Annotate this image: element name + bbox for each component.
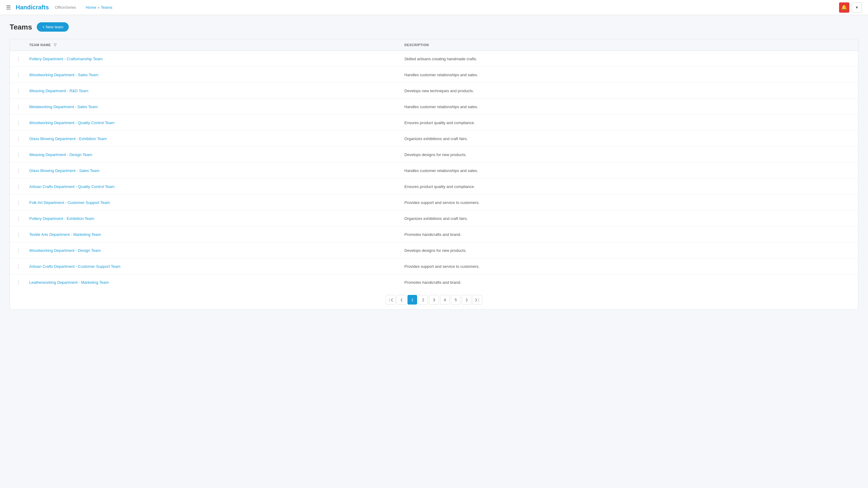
table-row: ⋮Artisan Crafts Department - Quality Con… [10, 178, 858, 195]
row-menu-icon[interactable]: ⋮ [15, 119, 22, 126]
table-row: ⋮Glass Blowing Department - Sales TeamHa… [10, 163, 858, 178]
table-header-row: TEAM NAME ▽ DESCRIPTION [10, 39, 858, 51]
row-menu-icon[interactable]: ⋮ [15, 263, 22, 270]
pagination-page-4[interactable]: 4 [440, 295, 450, 304]
row-actions-cell: ⋮ [10, 147, 24, 163]
row-description-cell: Promotes handicrafts and brand. [400, 227, 858, 242]
team-name-link[interactable]: Pottery Department - Exhibition Team [29, 216, 94, 221]
row-menu-icon[interactable]: ⋮ [15, 247, 22, 254]
table-row: ⋮Pottery Department - Exhibition TeamOrg… [10, 210, 858, 227]
row-description-cell: Provides support and service to customer… [400, 195, 858, 210]
team-name-link[interactable]: Weaving Department - Design Team [29, 153, 92, 157]
col-actions-header [10, 39, 24, 51]
row-menu-icon[interactable]: ⋮ [15, 55, 22, 62]
row-team-name-cell: Glass Blowing Department - Exhibition Te… [24, 131, 400, 147]
row-team-name-cell: Woodworking Department - Sales Team [24, 67, 400, 83]
table-row: ⋮Glass Blowing Department - Exhibition T… [10, 131, 858, 147]
col-team-name-header: TEAM NAME ▽ [24, 39, 400, 51]
row-actions-cell: ⋮ [10, 274, 24, 290]
office-series-label: OfficeSeries [55, 5, 76, 10]
team-name-link[interactable]: Artisan Crafts Department - Quality Cont… [29, 184, 115, 189]
row-menu-icon[interactable]: ⋮ [15, 71, 22, 78]
user-dropdown-button[interactable]: ▼ [852, 2, 862, 13]
row-menu-icon[interactable]: ⋮ [15, 151, 22, 158]
pagination-next-button[interactable]: ❯ [462, 295, 471, 304]
team-name-link[interactable]: Glass Blowing Department - Exhibition Te… [29, 136, 107, 141]
row-actions-cell: ⋮ [10, 131, 24, 147]
pagination-page-3[interactable]: 3 [429, 295, 439, 304]
row-team-name-cell: Metalworking Department - Sales Team [24, 99, 400, 115]
row-menu-icon[interactable]: ⋮ [15, 103, 22, 110]
row-team-name-cell: Leatherworking Department - Marketing Te… [24, 274, 400, 290]
pagination-page-2[interactable]: 2 [418, 295, 428, 304]
row-actions-cell: ⋮ [10, 99, 24, 115]
team-name-link[interactable]: Metalworking Department - Sales Team [29, 104, 98, 109]
row-actions-cell: ⋮ [10, 83, 24, 99]
team-name-link[interactable]: Pottery Department - Craftsmanship Team [29, 57, 102, 61]
chevron-down-icon: ▼ [855, 5, 859, 10]
table-row: ⋮Pottery Department - Craftsmanship Team… [10, 51, 858, 67]
team-name-link[interactable]: Artisan Crafts Department - Customer Sup… [29, 264, 121, 269]
pagination-page-5[interactable]: 5 [451, 295, 461, 304]
table-body: ⋮Pottery Department - Craftsmanship Team… [10, 51, 858, 290]
row-description-cell: Provides support and service to customer… [400, 258, 858, 274]
row-team-name-cell: Weaving Department - R&D Team [24, 83, 400, 99]
team-name-link[interactable]: Weaving Department - R&D Team [29, 89, 88, 93]
pagination-first-button[interactable]: ❘❮ [386, 295, 396, 304]
page-title: Teams [10, 23, 32, 31]
table-row: ⋮Woodworking Department - Quality Contro… [10, 115, 858, 131]
row-description-cell: Organizes exhibitions and craft fairs. [400, 210, 858, 227]
row-menu-icon[interactable]: ⋮ [15, 215, 22, 222]
pagination-prev-button[interactable]: ❮ [397, 295, 406, 304]
row-menu-icon[interactable]: ⋮ [15, 231, 22, 238]
row-description-cell: Handles customer relationships and sales… [400, 163, 858, 178]
table-row: ⋮Metalworking Department - Sales TeamHan… [10, 99, 858, 115]
row-actions-cell: ⋮ [10, 210, 24, 227]
team-name-link[interactable]: Textile Arts Department - Marketing Team [29, 232, 101, 237]
team-name-link[interactable]: Folk Art Department - Customer Support T… [29, 200, 110, 205]
pagination-page-1[interactable]: 1 [407, 295, 417, 304]
page-content: Teams + New team TEAM NAME ▽ DESCRIPTION… [0, 15, 868, 317]
row-description-cell: Develops new techniques and products. [400, 83, 858, 99]
row-team-name-cell: Woodworking Department - Quality Control… [24, 115, 400, 131]
row-menu-icon[interactable]: ⋮ [15, 183, 22, 190]
row-description-cell: Promotes handicrafts and brand. [400, 274, 858, 290]
row-menu-icon[interactable]: ⋮ [15, 279, 22, 286]
teams-table: TEAM NAME ▽ DESCRIPTION ⋮Pottery Departm… [10, 39, 858, 310]
row-actions-cell: ⋮ [10, 195, 24, 210]
row-description-cell: Skilled artisans creating handmade craft… [400, 51, 858, 67]
row-menu-icon[interactable]: ⋮ [15, 167, 22, 174]
notification-button[interactable]: 🔔 [839, 2, 849, 13]
row-menu-icon[interactable]: ⋮ [15, 135, 22, 142]
row-description-cell: Ensures product quality and compliance. [400, 115, 858, 131]
table-row: ⋮Woodworking Department - Sales TeamHand… [10, 67, 858, 83]
team-name-link[interactable]: Woodworking Department - Design Team [29, 248, 101, 253]
row-menu-icon[interactable]: ⋮ [15, 199, 22, 206]
pagination-row: ❘❮ ❮ 1 2 3 4 5 ❯ ❯❘ [10, 290, 858, 310]
new-team-button[interactable]: + New team [37, 22, 69, 32]
row-actions-cell: ⋮ [10, 242, 24, 258]
bell-icon: 🔔 [841, 4, 847, 10]
teams-table-container: TEAM NAME ▽ DESCRIPTION ⋮Pottery Departm… [10, 39, 858, 310]
team-name-link[interactable]: Leatherworking Department - Marketing Te… [29, 280, 109, 285]
row-team-name-cell: Pottery Department - Craftsmanship Team [24, 51, 400, 67]
row-team-name-cell: Weaving Department - Design Team [24, 147, 400, 163]
row-description-cell: Develops designs for new products. [400, 147, 858, 163]
header-right: 🔔 ▼ [839, 2, 862, 13]
row-description-cell: Ensures product quality and compliance. [400, 178, 858, 195]
filter-icon[interactable]: ▽ [54, 43, 57, 47]
row-team-name-cell: Glass Blowing Department - Sales Team [24, 163, 400, 178]
breadcrumb-home[interactable]: Home [86, 5, 96, 10]
team-name-link[interactable]: Woodworking Department - Sales Team [29, 73, 98, 77]
team-name-link[interactable]: Glass Blowing Department - Sales Team [29, 168, 99, 173]
row-actions-cell: ⋮ [10, 67, 24, 83]
team-name-link[interactable]: Woodworking Department - Quality Control… [29, 121, 115, 125]
row-team-name-cell: Woodworking Department - Design Team [24, 242, 400, 258]
table-row: ⋮Woodworking Department - Design TeamDev… [10, 242, 858, 258]
app-header: ☰ Handicrafts OfficeSeries Home » Teams … [0, 0, 868, 15]
row-menu-icon[interactable]: ⋮ [15, 87, 22, 94]
brand-name: Handicrafts [16, 4, 49, 11]
hamburger-icon[interactable]: ☰ [6, 4, 11, 11]
row-team-name-cell: Artisan Crafts Department - Customer Sup… [24, 258, 400, 274]
pagination-last-button[interactable]: ❯❘ [472, 295, 482, 304]
